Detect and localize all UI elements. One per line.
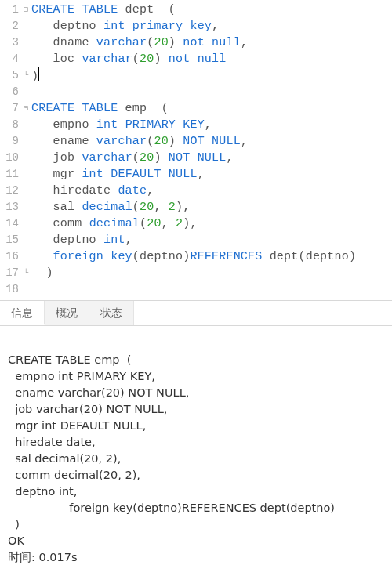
editor-line[interactable]: 8 empno int PRIMARY KEY, [0, 117, 392, 133]
editor-line[interactable]: 1⊟CREATE TABLE dept ( [0, 2, 392, 18]
line-number[interactable]: 12 [0, 183, 24, 199]
fold-icon[interactable]: ⊟ [24, 2, 31, 18]
fold-icon[interactable] [24, 133, 31, 150]
code-content[interactable]: hiredate date, [31, 183, 154, 199]
output-line: mgr int DEFAULT NULL, [8, 419, 146, 432]
code-content[interactable]: deptno int primary key, [31, 18, 219, 34]
fold-icon[interactable] [24, 183, 31, 199]
tab-status[interactable]: 状态 [89, 301, 134, 325]
output-line: ename varchar(20) NOT NULL, [8, 386, 189, 399]
editor-line[interactable]: 7⊟CREATE TABLE emp ( [0, 100, 392, 117]
editor-line[interactable]: 16 foreign key(deptno)REFERENCES dept(de… [0, 248, 392, 265]
fold-icon[interactable]: └ [24, 265, 31, 281]
sql-editor[interactable]: 1⊟CREATE TABLE dept (2 deptno int primar… [0, 0, 392, 298]
line-number[interactable]: 3 [0, 34, 24, 51]
output-line: ) [8, 518, 20, 531]
code-content[interactable]: dname varchar(20) not null, [31, 34, 248, 51]
line-number[interactable]: 18 [0, 281, 24, 298]
line-number[interactable]: 6 [0, 84, 24, 100]
code-content[interactable]: ) [31, 265, 53, 281]
output-line: CREATE TABLE emp ( [8, 353, 131, 366]
code-content[interactable]: sal decimal(20, 2), [31, 199, 190, 215]
output-line: OK [8, 534, 24, 547]
output-line: empno int PRIMARY KEY, [8, 370, 155, 382]
code-content[interactable]: comm decimal(20, 2), [31, 215, 198, 232]
output-line: comm decimal(20, 2), [8, 469, 140, 481]
fold-icon[interactable] [24, 232, 31, 248]
line-number[interactable]: 10 [0, 150, 24, 166]
line-number[interactable]: 11 [0, 166, 24, 183]
output-line: job varchar(20) NOT NULL, [8, 403, 167, 415]
line-number[interactable]: 13 [0, 199, 24, 215]
line-number[interactable]: 16 [0, 248, 24, 265]
output-line: deptno int, [8, 485, 77, 498]
editor-line[interactable]: 2 deptno int primary key, [0, 18, 392, 34]
tab-info[interactable]: 信息 [0, 301, 45, 325]
editor-line[interactable]: 10 job varchar(20) NOT NULL, [0, 150, 392, 166]
code-content[interactable]: empno int PRIMARY KEY, [31, 117, 212, 133]
line-number[interactable]: 15 [0, 232, 24, 248]
line-number[interactable]: 8 [0, 117, 24, 133]
fold-icon[interactable] [24, 150, 31, 166]
editor-line[interactable]: 15 deptno int, [0, 232, 392, 248]
fold-icon[interactable] [24, 84, 31, 100]
fold-icon[interactable] [24, 18, 31, 34]
line-number[interactable]: 9 [0, 133, 24, 150]
fold-icon[interactable] [24, 166, 31, 183]
editor-line[interactable]: 11 mgr int DEFAULT NULL, [0, 166, 392, 183]
editor-line[interactable]: 5└) [0, 67, 392, 84]
line-number[interactable]: 14 [0, 215, 24, 232]
output-line: foreign key(deptno)REFERENCES dept(deptn… [8, 502, 335, 514]
editor-line[interactable]: 6 [0, 84, 392, 100]
fold-icon[interactable] [24, 248, 31, 265]
editor-line[interactable]: 9 ename varchar(20) NOT NULL, [0, 133, 392, 150]
line-number[interactable]: 17 [0, 265, 24, 281]
code-content[interactable]: job varchar(20) NOT NULL, [31, 150, 234, 166]
output-line: sal decimal(20, 2), [8, 452, 121, 465]
code-content[interactable]: deptno int, [31, 232, 132, 248]
fold-icon[interactable] [24, 215, 31, 232]
fold-icon[interactable]: ⊟ [24, 100, 31, 117]
editor-line[interactable]: 13 sal decimal(20, 2), [0, 199, 392, 215]
fold-icon[interactable] [24, 117, 31, 133]
code-content[interactable]: mgr int DEFAULT NULL, [31, 166, 205, 183]
fold-icon[interactable] [24, 34, 31, 51]
code-content[interactable]: ename varchar(20) NOT NULL, [31, 133, 248, 150]
editor-line[interactable]: 17└ ) [0, 265, 392, 281]
output-tabs: 信息 概况 状态 [0, 301, 392, 326]
tab-profile[interactable]: 概况 [45, 301, 89, 325]
fold-icon[interactable]: └ [24, 67, 31, 84]
fold-icon[interactable] [24, 199, 31, 215]
line-number[interactable]: 4 [0, 51, 24, 67]
output-line: 时间: 0.017s [8, 551, 78, 563]
code-content[interactable]: CREATE TABLE dept ( [31, 2, 176, 18]
editor-line[interactable]: 14 comm decimal(20, 2), [0, 215, 392, 232]
line-number[interactable]: 1 [0, 2, 24, 18]
editor-line[interactable]: 4 loc varchar(20) not null [0, 51, 392, 67]
code-content[interactable]: ) [31, 67, 39, 84]
fold-icon[interactable] [24, 281, 31, 298]
code-content[interactable]: foreign key(deptno)REFERENCES dept(deptn… [31, 248, 356, 265]
code-content[interactable]: loc varchar(20) not null [31, 51, 226, 67]
text-cursor [38, 67, 39, 81]
code-content[interactable]: CREATE TABLE emp ( [31, 100, 169, 117]
line-number[interactable]: 5 [0, 67, 24, 84]
editor-line[interactable]: 12 hiredate date, [0, 183, 392, 199]
fold-icon[interactable] [24, 51, 31, 67]
editor-line[interactable]: 3 dname varchar(20) not null, [0, 34, 392, 51]
editor-line[interactable]: 18 [0, 281, 392, 298]
line-number[interactable]: 7 [0, 100, 24, 117]
line-number[interactable]: 2 [0, 18, 24, 34]
output-panel: CREATE TABLE emp ( empno int PRIMARY KEY… [0, 326, 392, 565]
output-line: hiredate date, [8, 436, 96, 448]
